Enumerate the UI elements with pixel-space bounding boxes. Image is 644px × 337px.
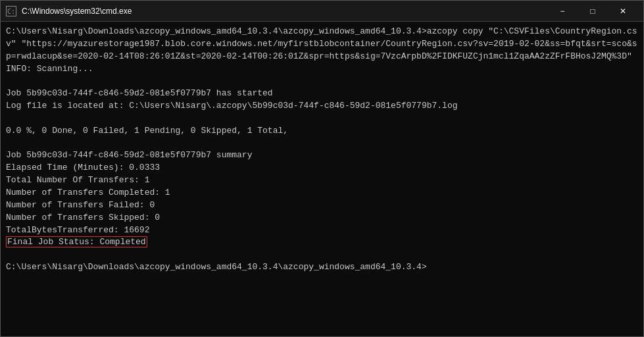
terminal-line-empty3 (6, 138, 638, 150)
terminal-line-final-status: Final Job Status: Completed (6, 236, 638, 249)
title-bar: C: C:\Windows\system32\cmd.exe − □ ✕ (1, 1, 643, 22)
window-title: C:\Windows\system32\cmd.exe (22, 7, 132, 16)
title-bar-left: C: C:\Windows\system32\cmd.exe (6, 6, 132, 16)
close-button[interactable]: ✕ (608, 1, 638, 22)
terminal-line-skipped: Number of Transfers Skipped: 0 (6, 212, 638, 224)
terminal-line-elapsed: Elapsed Time (Minutes): 0.0333 (6, 162, 638, 174)
terminal-line-empty1 (6, 75, 638, 88)
terminal-line-failed: Number of Transfers Failed: 0 (6, 199, 638, 212)
terminal-line-empty4 (6, 249, 638, 261)
terminal-line: C:\Users\Nisarg\Downloads\azcopy_windows… (6, 26, 638, 63)
maximize-button[interactable]: □ (578, 1, 608, 22)
terminal-line-progress: 0.0 %, 0 Done, 0 Failed, 1 Pending, 0 Sk… (6, 125, 638, 138)
terminal-line-info: INFO: Scanning... (6, 63, 638, 76)
svg-text:C:: C: (7, 8, 15, 15)
terminal-line-log: Log file is located at: C:\Users\Nisarg\… (6, 100, 638, 113)
final-status-highlight: Final Job Status: Completed (6, 236, 147, 247)
terminal-line-job-started: Job 5b99c03d-744f-c846-59d2-081e5f0779b7… (6, 88, 638, 100)
minimize-button[interactable]: − (547, 1, 578, 22)
terminal-line-total-transfers: Total Number Of Transfers: 1 (6, 174, 638, 187)
terminal-line-summary: Job 5b99c03d-744f-c846-59d2-081e5f0779b7… (6, 149, 638, 162)
terminal-line-prompt: C:\Users\Nisarg\Downloads\azcopy_windows… (6, 261, 638, 274)
cmd-icon: C: (6, 6, 16, 16)
terminal-body[interactable]: C:\Users\Nisarg\Downloads\azcopy_windows… (1, 22, 643, 336)
terminal-line-empty2 (6, 113, 638, 125)
window-controls: − □ ✕ (547, 1, 638, 22)
terminal-line-completed: Number of Transfers Completed: 1 (6, 187, 638, 199)
terminal-line-bytes: TotalBytesTransferred: 16692 (6, 224, 638, 237)
cmd-window: C: C:\Windows\system32\cmd.exe − □ ✕ C:\… (0, 0, 644, 337)
